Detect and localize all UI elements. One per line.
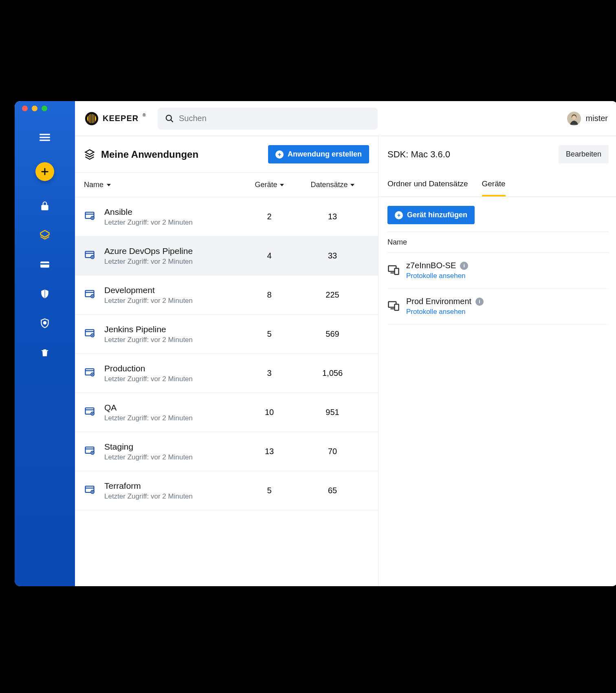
plus-icon: + <box>395 211 403 219</box>
application-meta: AnsibleLetzter Zugriff: vor 2 Minuten <box>104 207 243 227</box>
application-record-count: 70 <box>296 447 369 456</box>
application-record-count: 65 <box>296 486 369 495</box>
device-columns: Name <box>387 232 609 253</box>
add-device-button[interactable]: + Gerät hinzufügen <box>387 206 475 224</box>
add-device-label: Gerät hinzufügen <box>407 211 467 219</box>
application-meta: Jenkins PipelineLetzter Zugriff: vor 2 M… <box>104 324 243 344</box>
watch-icon[interactable] <box>39 317 51 329</box>
column-name[interactable]: Name <box>84 181 243 189</box>
brand-logo: KEEPER® <box>85 112 146 126</box>
application-record-count: 1,056 <box>296 369 369 378</box>
menu-icon[interactable] <box>40 132 50 145</box>
application-device-count: 4 <box>243 251 296 260</box>
application-icon <box>84 367 99 380</box>
application-icon <box>84 249 99 263</box>
minimize-window-icon[interactable] <box>32 106 37 111</box>
edit-button[interactable]: Bearbeiten <box>559 145 609 163</box>
column-records[interactable]: Datensätze <box>296 181 369 189</box>
maximize-window-icon[interactable] <box>42 106 47 111</box>
application-record-count: 569 <box>296 329 369 339</box>
search-box[interactable] <box>158 108 378 130</box>
user-menu[interactable]: mister <box>567 112 608 126</box>
application-record-count: 225 <box>296 290 369 300</box>
trash-icon[interactable] <box>39 346 51 359</box>
device-meta: z7eInnBO-SE iProtokolle ansehen <box>406 261 609 280</box>
application-row[interactable]: ProductionLetzter Zugriff: vor 2 Minuten… <box>75 354 378 393</box>
applications-title-text: Meine Anwendungen <box>101 149 198 160</box>
create-application-label: Anwendung erstellen <box>288 150 362 159</box>
device-row[interactable]: z7eInnBO-SE iProtokolle ansehen <box>387 253 609 289</box>
application-device-count: 8 <box>243 290 296 300</box>
application-row[interactable]: Azure DevOps PipelineLetzter Zugriff: vo… <box>75 236 378 276</box>
detail-header: SDK: Mac 3.6.0 Bearbeiten <box>378 136 616 173</box>
info-icon[interactable]: i <box>460 262 468 270</box>
avatar <box>567 112 581 126</box>
application-name: Terraform <box>104 481 243 491</box>
application-icon <box>84 445 99 458</box>
window-controls <box>15 101 75 116</box>
application-row[interactable]: Jenkins PipelineLetzter Zugriff: vor 2 M… <box>75 315 378 354</box>
app-window: KEEPER® mister Meine Anwendungen + Anwen <box>15 101 616 586</box>
application-last-access: Letzter Zugriff: vor 2 Minuten <box>104 297 243 305</box>
application-record-count: 951 <box>296 408 369 417</box>
device-icon <box>387 264 400 278</box>
application-last-access: Letzter Zugriff: vor 2 Minuten <box>104 218 243 227</box>
view-logs-link[interactable]: Protokolle ansehen <box>406 272 609 280</box>
device-meta: Prod Environment iProtokolle ansehen <box>406 297 609 316</box>
stack-icon <box>84 149 95 160</box>
detail-tab[interactable]: Geräte <box>482 173 506 196</box>
shield-icon[interactable] <box>39 288 51 300</box>
search-icon <box>165 114 174 124</box>
device-name: z7eInnBO-SE i <box>406 261 609 270</box>
trademark: ® <box>143 113 146 117</box>
device-list: z7eInnBO-SE iProtokolle ansehenProd Envi… <box>387 253 609 324</box>
application-device-count: 3 <box>243 369 296 378</box>
detail-panel: SDK: Mac 3.6.0 Bearbeiten Ordner und Dat… <box>378 136 616 586</box>
application-last-access: Letzter Zugriff: vor 2 Minuten <box>104 375 243 383</box>
applications-columns: Name Geräte Datensätze <box>75 173 378 197</box>
application-meta: StagingLetzter Zugriff: vor 2 Minuten <box>104 442 243 461</box>
application-row[interactable]: TerraformLetzter Zugriff: vor 2 Minuten5… <box>75 471 378 510</box>
svg-point-7 <box>44 322 46 324</box>
info-icon[interactable]: i <box>475 298 484 306</box>
svg-rect-0 <box>40 134 50 135</box>
application-icon <box>84 289 99 302</box>
application-name: Production <box>104 364 243 373</box>
application-icon <box>84 328 99 341</box>
view-logs-link[interactable]: Protokolle ansehen <box>406 308 609 316</box>
detail-body: + Gerät hinzufügen Name z7eInnBO-SE iPro… <box>378 197 616 333</box>
application-row[interactable]: StagingLetzter Zugriff: vor 2 Minuten137… <box>75 432 378 471</box>
application-name: Jenkins Pipeline <box>104 324 243 334</box>
sidebar-rail <box>15 101 75 586</box>
user-name: mister <box>586 114 608 123</box>
card-icon[interactable] <box>39 258 51 271</box>
add-button[interactable] <box>35 162 54 181</box>
device-row[interactable]: Prod Environment iProtokolle ansehen <box>387 289 609 324</box>
application-name: Staging <box>104 442 243 452</box>
application-device-count: 5 <box>243 486 296 495</box>
brand-name: KEEPER <box>103 114 139 123</box>
svg-point-15 <box>166 115 171 120</box>
applications-icon[interactable] <box>39 229 51 241</box>
create-application-button[interactable]: + Anwendung erstellen <box>268 145 369 163</box>
lock-icon[interactable] <box>39 200 51 212</box>
plus-icon: + <box>275 150 284 159</box>
application-icon <box>84 484 99 497</box>
application-row[interactable]: QALetzter Zugriff: vor 2 Minuten10951 <box>75 393 378 432</box>
application-device-count: 5 <box>243 329 296 339</box>
application-meta: DevelopmentLetzter Zugriff: vor 2 Minute… <box>104 285 243 305</box>
column-devices[interactable]: Geräte <box>243 181 296 189</box>
application-row[interactable]: DevelopmentLetzter Zugriff: vor 2 Minute… <box>75 276 378 315</box>
application-meta: Azure DevOps PipelineLetzter Zugriff: vo… <box>104 246 243 266</box>
application-name: QA <box>104 403 243 413</box>
application-icon <box>84 406 99 419</box>
detail-tab[interactable]: Ordner und Datensätze <box>387 173 468 196</box>
device-icon <box>387 300 400 313</box>
detail-title: SDK: Mac 3.6.0 <box>387 149 450 160</box>
application-row[interactable]: AnsibleLetzter Zugriff: vor 2 Minuten213 <box>75 197 378 236</box>
search-input[interactable] <box>179 114 370 123</box>
application-last-access: Letzter Zugriff: vor 2 Minuten <box>104 453 243 461</box>
close-window-icon[interactable] <box>22 106 28 111</box>
detail-tabs: Ordner und DatensätzeGeräte <box>378 173 616 197</box>
svg-rect-37 <box>395 268 399 274</box>
